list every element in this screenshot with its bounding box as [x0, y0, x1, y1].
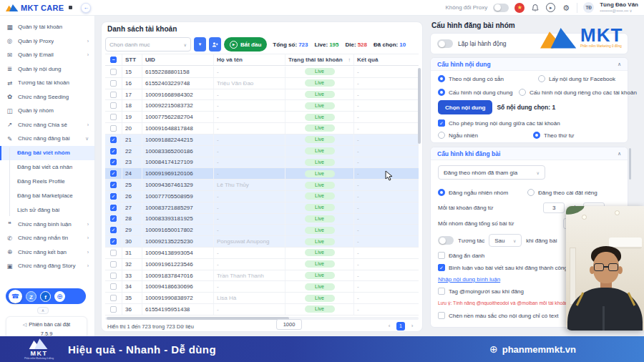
radio-icon[interactable]	[519, 89, 526, 96]
row-checkbox[interactable]	[110, 114, 117, 120]
add-account-button[interactable]	[209, 37, 221, 52]
radio-icon[interactable]	[438, 75, 445, 82]
table-row[interactable]: 18 100092215083732 - Live -	[105, 100, 419, 112]
sidebar-subitem[interactable]: Đăng bài Marketplace	[0, 189, 94, 203]
table-row[interactable]: 21 100091882244215 - Live -	[105, 134, 419, 146]
dropdown-button[interactable]: ▼	[194, 37, 206, 52]
radio-icon[interactable]	[438, 189, 445, 196]
radio-available-content[interactable]: Theo nội dung có sẵn	[438, 75, 504, 82]
table-row[interactable]: 26 100077705508959 - Live -	[105, 191, 419, 202]
row-checkbox[interactable]	[110, 295, 117, 301]
row-checkbox[interactable]	[110, 159, 117, 165]
sidebar-subitem[interactable]: Lịch sử đăng bài	[0, 203, 94, 217]
table-row[interactable]: 36 61554195951438 - Live -	[105, 304, 419, 315]
start-button[interactable]: ▸ Bắt đầu	[224, 37, 267, 52]
row-checkbox[interactable]	[110, 80, 117, 87]
column-result[interactable]: Kết quả	[354, 54, 419, 65]
checkbox-icon[interactable]	[438, 264, 445, 271]
radio-icon[interactable]	[438, 132, 445, 139]
per-account-from-input[interactable]: 3	[543, 202, 565, 213]
checkbox-icon[interactable]	[438, 119, 445, 127]
facebook-icon[interactable]: f	[40, 291, 51, 302]
radio-random-groups[interactable]: Đăng ngẫu nhiên nhóm	[438, 189, 508, 196]
comment-checkbox[interactable]: Bình luận vào bài viết sau khi đăng thàn…	[438, 264, 567, 271]
anonymous-checkbox[interactable]: Đăng ẩn danh	[438, 252, 484, 259]
sidebar-item[interactable]: ≣ Quản lý nội dung	[0, 62, 94, 77]
interact-toggle[interactable]	[438, 236, 454, 245]
proxy-toggle[interactable]	[493, 4, 509, 12]
row-checkbox[interactable]	[110, 306, 117, 313]
sidebar-subitem[interactable]: Đăng bài viết cá nhân	[0, 160, 94, 175]
tag-everyone-checkbox[interactable]: Tag @mọingười sau khi đăng	[438, 288, 524, 295]
sidebar-item[interactable]: ✿ Chức năng Seeding	[0, 90, 94, 104]
support-icon[interactable]: ☎	[9, 290, 22, 303]
sidebar-item[interactable]: ✉ Quản lý Email ›	[0, 48, 94, 62]
text-background-checkbox[interactable]: Chèn nền màu sắc cho nội dung chỉ có tex…	[438, 312, 558, 319]
row-checkbox[interactable]	[110, 102, 117, 109]
sidebar-subitem[interactable]: Đăng bài viết nhóm	[0, 146, 94, 160]
allow-duplicate-checkbox[interactable]: Cho phép trùng nội dung giữa các tài kho…	[438, 119, 560, 127]
checkbox-icon[interactable]	[438, 288, 445, 295]
group-mode-select[interactable]: Đăng theo nhóm đã tham gia ∨	[438, 165, 545, 180]
radio-facebook-content[interactable]: Lấy nội dung từ Facebook	[538, 75, 615, 82]
user-avatar[interactable]: TĐ	[583, 2, 594, 13]
sidebar-item[interactable]: ✎ Chức năng đăng bài ∨	[0, 132, 94, 146]
sidebar-item[interactable]: ✆ Chức năng nhắn tin ›	[0, 231, 94, 245]
repeat-toggle[interactable]	[437, 39, 453, 48]
table-row[interactable]: 19 100077562282704 - Live -	[105, 112, 419, 123]
radio-icon[interactable]	[538, 75, 545, 82]
table-horizontal-scrollbar[interactable]	[105, 317, 419, 320]
row-checkbox[interactable]	[110, 69, 117, 75]
row-checkbox[interactable]	[110, 137, 117, 143]
sidebar-item[interactable]: ❝ Chức năng bình luận ›	[0, 217, 94, 232]
sidebar-item[interactable]: ↗ Chức năng Chia sẻ ›	[0, 118, 94, 132]
column-stt[interactable]: STT	[122, 54, 142, 65]
table-row[interactable]: 25 100094367461329 Lê Thu Thủy Live -	[105, 180, 419, 191]
row-checkbox[interactable]	[110, 182, 117, 188]
sort-asc-icon[interactable]: ↑	[348, 57, 351, 62]
comment-content-link[interactable]: Nhập nội dung bình luận	[438, 276, 500, 283]
radio-icon[interactable]	[438, 89, 445, 96]
row-checkbox[interactable]	[110, 250, 117, 256]
table-row[interactable]: 20 100091648817848 - Live -	[105, 123, 419, 134]
sidebar-subitem[interactable]: Đăng Reels Profile	[0, 175, 94, 189]
next-page-button[interactable]: ›	[408, 322, 416, 331]
chevron-up-icon[interactable]: ∧	[618, 62, 621, 67]
checkbox-icon[interactable]	[438, 252, 445, 259]
posting-section-header[interactable]: Cấu hình khi đăng bài ∧	[431, 147, 628, 160]
category-select[interactable]: Chọn danh mục ∨	[105, 37, 191, 52]
table-row[interactable]: 29 100091650017802 - Live -	[105, 225, 419, 236]
table-row[interactable]: 17 100091668984302 - Live -	[105, 89, 419, 101]
radio-common-content[interactable]: Cấu hình nội dung chung	[438, 89, 512, 96]
row-checkbox[interactable]	[110, 261, 117, 268]
table-row[interactable]: 31 100094138993054 - Live -	[105, 248, 419, 259]
user-menu[interactable]: Tùng Đào Văn •••••••••@•••••.••• ∨	[600, 2, 638, 13]
sidebar-item[interactable]: ◫ Quản lý nhóm	[0, 104, 94, 118]
page-1-button[interactable]: 1	[396, 322, 405, 331]
chevron-up-icon[interactable]: ∧	[618, 151, 621, 157]
table-row[interactable]: 35 100091990838972 Lisa Hà Live -	[105, 293, 419, 304]
sidebar-item[interactable]: ▦ Quản lý tài khoản	[0, 20, 94, 34]
row-checkbox[interactable]	[110, 273, 117, 279]
page-size-select[interactable]: 1000	[276, 319, 302, 330]
table-row[interactable]: 28 100083393181925 - Live -	[105, 214, 419, 225]
row-checkbox[interactable]	[110, 125, 117, 132]
sidebar-collapse-button[interactable]: ←	[81, 3, 91, 13]
sidebar-item[interactable]: ◎ Quản lý Proxy ›	[0, 34, 94, 49]
table-row[interactable]: 16 61552403229748 Triệu Văn Đao Live -	[105, 78, 419, 89]
sidebar-item[interactable]: ⇄ Tương tác tài khoản	[0, 76, 94, 90]
radio-separate-content[interactable]: Cấu hình nội dung riêng cho các tài khoả…	[519, 89, 637, 96]
table-row[interactable]: 15 61552288801158 - Live -	[105, 67, 419, 78]
collapse-chip[interactable]: ∧	[37, 307, 49, 314]
table-row[interactable]: 24 100091969120106 - Live -	[105, 168, 419, 180]
play-circle-icon[interactable]: ▸	[546, 3, 555, 12]
select-all-checkbox[interactable]	[110, 57, 117, 63]
globe-icon[interactable]: ⊕	[54, 291, 65, 302]
row-checkbox[interactable]	[110, 283, 117, 290]
table-row[interactable]: 23 100084174127109 - Live -	[105, 157, 419, 169]
interact-timing-select[interactable]: Sau ∨	[489, 234, 522, 247]
radio-random-order[interactable]: Ngẫu nhiên	[438, 132, 478, 139]
table-row[interactable]: 22 100083365200186 - Live -	[105, 146, 419, 157]
row-checkbox[interactable]	[110, 215, 117, 222]
row-checkbox[interactable]	[110, 227, 117, 233]
